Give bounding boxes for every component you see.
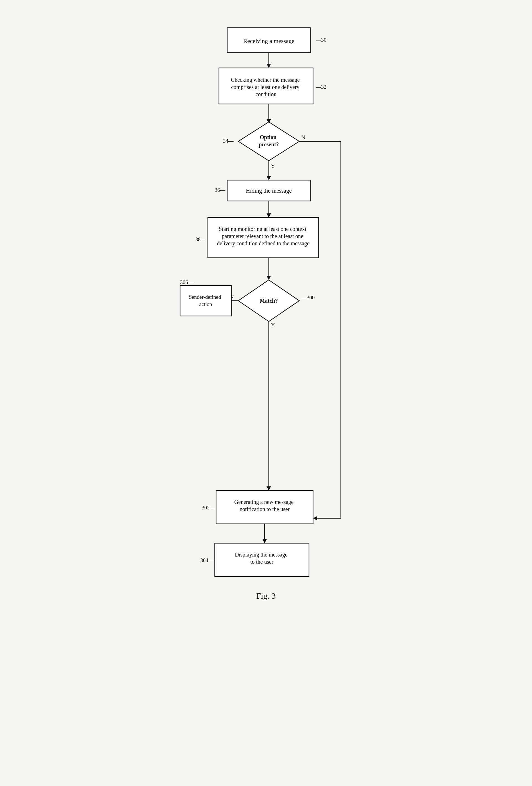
edge-300-yes: Y xyxy=(271,322,275,328)
ref-34: 34— xyxy=(223,138,234,144)
ref-304: 304— xyxy=(200,557,214,563)
ref-30: —30 xyxy=(316,37,326,43)
flowchart-container: Receiving a message —30 Checking whether… xyxy=(172,11,360,745)
node-38-text: Starting monitoring at least one context… xyxy=(217,226,309,247)
svg-rect-23 xyxy=(180,285,231,316)
node-30-text: Receiving a message xyxy=(243,38,295,44)
ref-38: 38— xyxy=(195,236,206,242)
ref-36: 36— xyxy=(215,187,226,193)
edge-34-no: N xyxy=(301,134,305,140)
fig-caption: Fig. 3 xyxy=(256,591,276,600)
node-36-text: Hiding the message xyxy=(246,187,292,194)
svg-rect-0 xyxy=(172,11,360,745)
edge-34-yes: Y xyxy=(271,163,275,169)
ref-306: 306— xyxy=(180,279,194,285)
node-300-text: Match? xyxy=(260,298,278,304)
ref-32: —32 xyxy=(316,84,326,90)
flowchart-svg: Receiving a message —30 Checking whether… xyxy=(172,11,360,745)
ref-302: 302— xyxy=(202,505,215,510)
ref-300: —300 xyxy=(301,295,315,300)
